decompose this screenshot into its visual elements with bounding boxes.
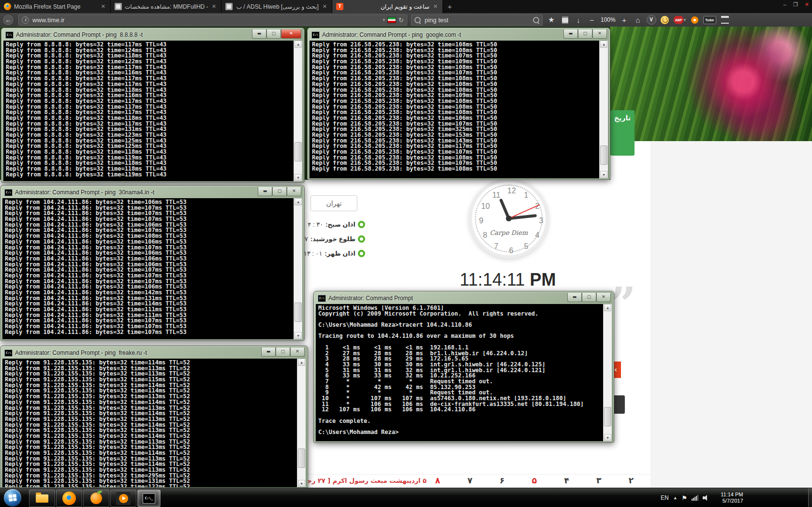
search-bar[interactable] (411, 14, 543, 26)
maximize-button[interactable]: ▢ (578, 29, 592, 39)
close-window-icon[interactable]: ✕ (805, 1, 809, 8)
day-number[interactable]: ۲ (621, 476, 641, 485)
speaker-icon[interactable] (703, 495, 709, 501)
tab-close-icon[interactable]: ✕ (432, 3, 439, 10)
language-indicator[interactable]: EN (661, 494, 669, 501)
scroll-up-icon[interactable]: ▲ (600, 41, 607, 48)
zoom-in-icon[interactable]: + (620, 14, 629, 25)
scrollbar[interactable]: ▲▼ (294, 198, 302, 339)
scroll-down-icon[interactable]: ▼ (298, 480, 305, 487)
history-side-tab[interactable]: تاریخ (610, 110, 635, 156)
minimize-button[interactable]: ▬ (252, 29, 266, 39)
title-bar[interactable]: C:\ Administrator: Command Prompt - ping… (2, 186, 302, 198)
scrollbar[interactable]: ▲▼ (603, 304, 612, 441)
url-dropdown-icon[interactable]: ▾ (383, 17, 385, 22)
title-bar[interactable]: C:\ Administrator: Command Prompt - ping… (3, 28, 302, 41)
maximize-button[interactable]: ▢ (582, 293, 596, 302)
vpn-extension-icon[interactable]: V (647, 14, 656, 25)
close-button[interactable]: ✕ (290, 348, 305, 357)
url-input[interactable] (31, 16, 381, 24)
cmd-window-ping-google[interactable]: C:\ Administrator: Command Prompt - ping… (307, 28, 610, 180)
bookmark-star-icon[interactable]: ★ (546, 14, 556, 25)
minimize-window-icon[interactable]: – (783, 1, 786, 8)
new-tab-button[interactable]: + (443, 0, 457, 13)
scroll-down-icon[interactable]: ▼ (295, 332, 302, 339)
maximize-button[interactable]: ▢ (272, 187, 287, 196)
menu-icon[interactable] (720, 14, 730, 25)
scroll-thumb[interactable] (295, 142, 302, 161)
minimize-button[interactable]: ▬ (567, 293, 582, 302)
bookmarks-list-icon[interactable] (560, 14, 570, 25)
scroll-down-icon[interactable]: ▼ (600, 171, 607, 178)
minimize-button[interactable]: ▬ (563, 29, 578, 39)
tab-time-ir[interactable]: T ساعت و تقویم ایران ✕ (332, 0, 443, 13)
taskbar-clock[interactable]: 11:14 PM 5/7/2017 (721, 492, 743, 504)
maximize-button[interactable]: ▢ (266, 29, 281, 39)
adblock-plus-icon[interactable]: ABP▾ (674, 14, 686, 25)
minimize-button[interactable]: ▬ (261, 348, 276, 357)
zoom-level[interactable]: 100% (601, 16, 616, 23)
close-button[interactable]: ✕ (596, 293, 611, 302)
scroll-down-icon[interactable]: ▼ (295, 174, 302, 181)
back-button[interactable]: ← (2, 14, 15, 26)
action-center-flag-icon[interactable]: ⚑ (682, 494, 688, 502)
tab-adsl-hiweb[interactable]: [بحث و بررسی] ADSL Hiweb / ب های وب ✕ (221, 0, 332, 13)
search-input[interactable] (424, 16, 530, 24)
info-icon[interactable]: i (22, 16, 29, 24)
smiley-extension-icon[interactable] (660, 14, 670, 25)
cmd-window-tracert[interactable]: C:\ Administrator: Command Prompt ▬▢✕ Mi… (313, 291, 614, 443)
network-signal-icon[interactable] (692, 495, 698, 501)
scrollbar[interactable]: ▲▼ (297, 359, 306, 487)
taskbar-explorer-icon[interactable] (29, 490, 55, 507)
tab-close-icon[interactable]: ✕ (322, 3, 328, 10)
day-number[interactable]: ۴ (557, 476, 576, 485)
taskbar-orange-app-icon[interactable] (83, 490, 109, 507)
restore-window-icon[interactable]: ❐ (793, 1, 798, 8)
taskbar-cmd-icon[interactable]: C:\_ (137, 490, 161, 507)
orange-extension-icon[interactable] (690, 14, 699, 25)
close-button[interactable]: ✕ (287, 187, 301, 196)
show-desktop-button[interactable] (808, 488, 812, 507)
tab-p30world-profile[interactable]: مشاهده مشخصات: MMDFullHD - P30Wo ✕ (111, 0, 221, 13)
hidden-icons-arrow[interactable]: ▲ (673, 495, 678, 500)
scroll-thumb[interactable] (298, 449, 305, 468)
scroll-down-icon[interactable]: ▼ (604, 434, 611, 441)
taskbar-media-player-icon[interactable] (110, 490, 136, 507)
title-bar[interactable]: C:\ Administrator: Command Prompt - ping… (2, 346, 306, 359)
scroll-up-icon[interactable]: ▲ (295, 198, 302, 205)
scrollbar[interactable]: ▲▼ (599, 41, 608, 178)
scroll-thumb[interactable] (600, 145, 607, 165)
close-button[interactable]: ✕ (281, 29, 301, 39)
minimize-button[interactable]: ▬ (258, 187, 272, 196)
day-number[interactable]: ۵ (525, 476, 544, 485)
cmd-window-ping-30nama[interactable]: C:\ Administrator: Command Prompt - ping… (0, 185, 305, 341)
day-number[interactable]: ۸ (428, 476, 447, 485)
scroll-up-icon[interactable]: ▲ (295, 41, 302, 48)
scrollbar[interactable]: ▲▼ (294, 41, 302, 181)
home-icon[interactable]: ⌂ (633, 14, 643, 25)
scroll-up-icon[interactable]: ▲ (298, 359, 305, 366)
title-bar[interactable]: C:\ Administrator: Command Prompt - ping… (310, 28, 608, 41)
zoom-out-icon[interactable]: − (587, 14, 597, 25)
reload-icon[interactable]: ↻ (399, 16, 404, 24)
close-button[interactable]: ✕ (592, 29, 607, 39)
title-bar[interactable]: C:\ Administrator: Command Prompt ▬▢✕ (316, 291, 612, 304)
tab-close-icon[interactable]: ✕ (100, 3, 106, 10)
day-number[interactable]: ۳ (589, 476, 608, 485)
scroll-thumb[interactable] (295, 303, 302, 322)
maximize-button[interactable]: ▢ (276, 348, 290, 357)
scroll-thumb[interactable] (604, 407, 611, 426)
search-go-icon[interactable] (533, 17, 539, 23)
city-selector[interactable] (310, 195, 357, 211)
url-bar[interactable]: i ▾ ↻ (18, 14, 407, 26)
day-number[interactable]: ۶ (492, 476, 512, 485)
video-downloader-icon[interactable]: Tube (703, 14, 716, 25)
day-number[interactable]: ۷ (460, 476, 480, 485)
start-button[interactable] (4, 489, 21, 507)
tab-close-icon[interactable]: ✕ (211, 3, 217, 10)
downloads-icon[interactable]: ↓ (574, 14, 583, 25)
cmd-window-ping-8888[interactable]: C:\ Administrator: Command Prompt - ping… (1, 28, 305, 183)
scroll-up-icon[interactable]: ▲ (604, 304, 611, 311)
tab-firefox-start[interactable]: Mozilla Firefox Start Page ✕ (0, 0, 111, 13)
taskbar-firefox-icon[interactable] (56, 490, 82, 507)
